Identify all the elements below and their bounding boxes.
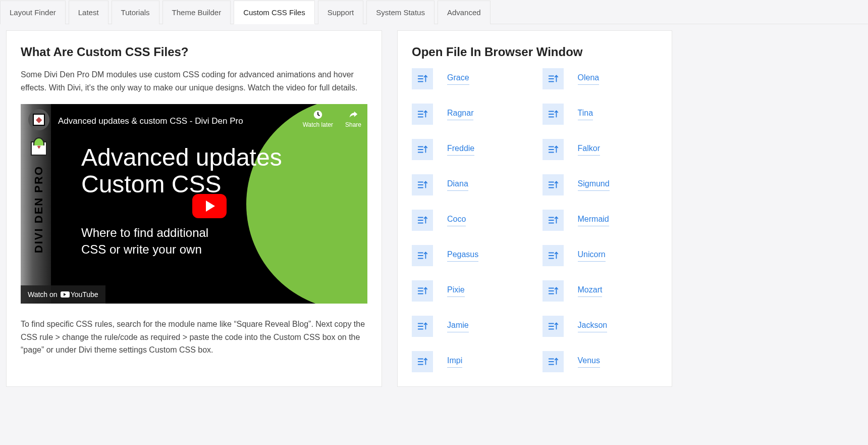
file-link-coco[interactable]: Coco — [447, 215, 466, 226]
file-icon — [412, 316, 433, 337]
file-item-falkor: Falkor — [542, 139, 658, 160]
file-link-unicorn[interactable]: Unicorn — [578, 250, 606, 262]
file-icon — [412, 351, 433, 372]
file-sort-icon — [548, 179, 559, 190]
file-sort-icon — [417, 356, 428, 367]
file-item-venus: Venus — [542, 351, 658, 372]
channel-avatar-icon — [28, 109, 49, 130]
file-link-freddie[interactable]: Freddie — [447, 144, 474, 156]
file-sort-icon — [417, 179, 428, 190]
file-item-unicorn: Unicorn — [542, 245, 658, 266]
file-icon — [542, 68, 564, 89]
file-sort-icon — [417, 321, 428, 332]
tab-advanced[interactable]: Advanced — [438, 1, 491, 24]
file-link-mozart[interactable]: Mozart — [578, 285, 603, 297]
file-sort-icon — [548, 321, 559, 332]
brand-bag-icon — [28, 134, 49, 156]
file-link-mermaid[interactable]: Mermaid — [578, 215, 609, 226]
file-icon — [542, 351, 564, 372]
file-link-olena[interactable]: Olena — [578, 73, 600, 85]
share-icon — [348, 109, 359, 120]
file-item-impi: Impi — [412, 351, 527, 372]
file-sort-icon — [417, 109, 428, 120]
file-link-falkor[interactable]: Falkor — [578, 144, 600, 156]
tab-theme-builder[interactable]: Theme Builder — [162, 1, 231, 24]
video-main-text: Advanced updates Custom CSS Where to fin… — [81, 144, 282, 258]
video-subline-1: Where to find additional — [81, 224, 282, 241]
file-item-jackson: Jackson — [542, 316, 658, 337]
file-link-ragnar[interactable]: Ragnar — [447, 109, 473, 120]
tab-layout-finder[interactable]: Layout Finder — [0, 1, 66, 24]
file-icon — [542, 104, 564, 125]
video-sidebar: DIVI DEN PRO — [25, 109, 53, 299]
video-embed[interactable]: DIVI DEN PRO Advanced updates & custom C… — [21, 104, 367, 304]
file-item-ragnar: Ragnar — [412, 104, 527, 125]
youtube-label: YouTube — [71, 290, 98, 299]
file-icon — [412, 139, 433, 160]
file-link-jackson[interactable]: Jackson — [578, 321, 608, 332]
file-link-jamie[interactable]: Jamie — [447, 321, 469, 332]
tab-custom-css-files[interactable]: Custom CSS Files — [234, 1, 315, 24]
file-sort-icon — [417, 215, 428, 226]
video-title: Advanced updates & custom CSS - Divi Den… — [58, 116, 243, 126]
file-link-tina[interactable]: Tina — [578, 109, 593, 120]
file-sort-icon — [548, 356, 559, 367]
share-button[interactable]: Share — [345, 109, 361, 128]
video-brand-text: DIVI DEN PRO — [32, 166, 45, 253]
left-panel-title: What Are Custom CSS Files? — [21, 45, 367, 59]
file-link-pixie[interactable]: Pixie — [447, 285, 465, 297]
tab-support[interactable]: Support — [318, 1, 364, 24]
file-icon — [412, 104, 433, 125]
file-item-olena: Olena — [542, 68, 658, 89]
file-link-grace[interactable]: Grace — [447, 73, 469, 85]
file-sort-icon — [548, 215, 559, 226]
file-item-mermaid: Mermaid — [542, 210, 658, 231]
watch-on-label: Watch on — [28, 290, 58, 299]
file-item-coco: Coco — [412, 210, 527, 231]
file-item-mozart: Mozart — [542, 280, 658, 302]
file-link-diana[interactable]: Diana — [447, 179, 468, 191]
file-sort-icon — [417, 144, 428, 155]
watch-later-button[interactable]: Watch later — [303, 109, 333, 128]
file-icon — [542, 210, 564, 231]
file-sort-icon — [548, 109, 559, 120]
tabs-bar: Layout FinderLatestTutorialsTheme Builde… — [0, 0, 868, 24]
file-icon — [412, 210, 433, 231]
youtube-logo: YouTube — [61, 290, 98, 299]
file-link-venus[interactable]: Venus — [578, 356, 600, 368]
video-actions: Watch later Share — [303, 109, 361, 128]
file-icon — [412, 245, 433, 266]
watch-on-youtube-button[interactable]: Watch on YouTube — [21, 285, 105, 304]
file-link-impi[interactable]: Impi — [447, 356, 462, 368]
file-sort-icon — [417, 285, 428, 296]
watch-later-label: Watch later — [303, 121, 333, 128]
file-sort-icon — [548, 250, 559, 261]
left-panel-instructions: To find specific CSS rules, search for t… — [21, 318, 367, 357]
file-sort-icon — [417, 73, 428, 84]
file-grid: GraceOlenaRagnarTinaFreddieFalkorDianaSi… — [412, 68, 658, 372]
tab-tutorials[interactable]: Tutorials — [112, 1, 159, 24]
file-sort-icon — [548, 285, 559, 296]
file-icon — [412, 68, 433, 89]
file-icon — [412, 280, 433, 302]
file-item-freddie: Freddie — [412, 139, 527, 160]
file-link-sigmund[interactable]: Sigmund — [578, 179, 610, 191]
left-panel: What Are Custom CSS Files? Some Divi Den… — [6, 30, 382, 387]
file-item-tina: Tina — [542, 104, 658, 125]
file-sort-icon — [417, 250, 428, 261]
file-icon — [542, 245, 564, 266]
file-icon — [542, 139, 564, 160]
file-icon — [412, 174, 433, 195]
file-link-pegasus[interactable]: Pegasus — [447, 250, 478, 262]
video-subline-2: CSS or write your own — [81, 241, 282, 258]
file-item-pixie: Pixie — [412, 280, 527, 302]
file-item-pegasus: Pegasus — [412, 245, 527, 266]
video-headline-1: Advanced updates — [81, 144, 282, 171]
file-icon — [542, 316, 564, 337]
file-item-jamie: Jamie — [412, 316, 527, 337]
video-play-button[interactable] — [192, 194, 227, 218]
left-panel-intro: Some Divi Den Pro DM modules use custom … — [21, 68, 367, 94]
tab-latest[interactable]: Latest — [69, 1, 108, 24]
tab-system-status[interactable]: System Status — [366, 1, 435, 24]
file-item-grace: Grace — [412, 68, 527, 89]
